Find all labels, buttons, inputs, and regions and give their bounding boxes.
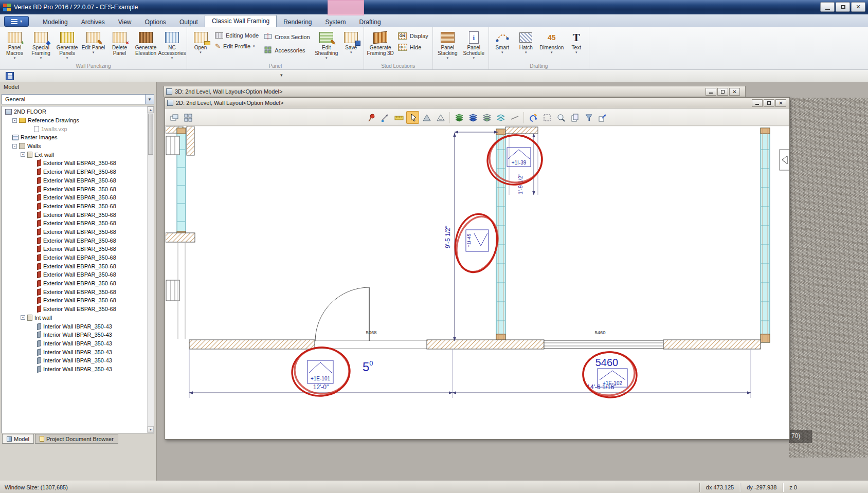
- hide-button[interactable]: OFF Hide: [395, 43, 431, 52]
- panel-schedule-button[interactable]: i Panel Schedule▾: [461, 28, 487, 61]
- grid-view-button[interactable]: [182, 111, 194, 124]
- tree-item-ext-wall[interactable]: Exterior Wall EBPAR_350-68: [2, 305, 154, 314]
- tree-item-ext-wall[interactable]: Exterior Wall EBPAR_350-68: [2, 270, 154, 279]
- panel-stacking-button[interactable]: Panel Stacking▾: [435, 28, 461, 61]
- window-3d-minimize-button[interactable]: [706, 88, 716, 96]
- tab-rendering[interactable]: Rendering: [277, 16, 318, 27]
- plan-panel-symbols[interactable]: +1I-39 +1I-45 +1E-101: [308, 148, 627, 387]
- close-button[interactable]: ✕: [851, 2, 865, 12]
- tree-item-ext-wall[interactable]: Exterior Wall EBPAR_350-68: [2, 202, 154, 211]
- layers-mixed-button[interactable]: [480, 111, 493, 124]
- window-2d-close-button[interactable]: ✕: [775, 99, 786, 107]
- tree-item-ext-wall[interactable]: Exterior Wall EBPAR_350-68: [2, 210, 154, 219]
- application-menu-button[interactable]: ▾: [4, 16, 29, 27]
- tree-item-int-wall[interactable]: Interior Wall IBPAR_350-43: [2, 356, 154, 365]
- tree-item-ext-wall[interactable]: Exterior Wall EBPAR_350-68: [2, 168, 154, 176]
- delete-panel-button[interactable]: × Delete Panel: [106, 28, 133, 61]
- smart-button[interactable]: Smart▾: [491, 28, 514, 61]
- tree-item-ext-wall[interactable]: Exterior Wall EBPAR_350-68: [2, 262, 154, 270]
- line-tool-button[interactable]: [508, 111, 521, 124]
- tree-item-ext-wall[interactable]: Exterior Wall EBPAR_350-68: [2, 296, 154, 305]
- tab-drafting[interactable]: Drafting: [353, 16, 388, 27]
- tree-item-ext-wall[interactable]: Exterior Wall EBPAR_350-68: [2, 236, 154, 245]
- panel-macros-button[interactable]: + Panel Macros▾: [2, 28, 28, 61]
- cascade-windows-button[interactable]: [168, 111, 180, 124]
- ribbon-collapse-icon[interactable]: ▾: [280, 72, 283, 78]
- ruler-button[interactable]: [392, 111, 405, 124]
- collapse-expander-icon[interactable]: -: [21, 315, 25, 320]
- undo-edit-button[interactable]: [527, 111, 539, 124]
- tree-item-reference-file[interactable]: 1walls.vxp: [2, 124, 154, 133]
- tree-item-ext-wall[interactable]: Exterior Wall EBPAR_350-68: [2, 219, 154, 228]
- combo-dropdown-icon[interactable]: ▼: [145, 95, 154, 104]
- scroll-down-icon[interactable]: ▼: [148, 426, 154, 433]
- text-button[interactable]: T Text▾: [566, 28, 587, 61]
- window-3d-close-button[interactable]: ✕: [729, 88, 740, 96]
- tree-item-ext-wall[interactable]: Exterior Wall EBPAR_350-68: [2, 159, 154, 168]
- tree-filter-combobox[interactable]: General ▼: [2, 94, 154, 104]
- maximize-button[interactable]: [836, 2, 850, 12]
- tab-classic-wall-framing[interactable]: Classic Wall Framing: [205, 15, 277, 27]
- tab-view[interactable]: View: [112, 16, 138, 27]
- save-button[interactable]: Save▾: [340, 28, 362, 61]
- tab-system[interactable]: System: [319, 16, 353, 27]
- tab-options[interactable]: Options: [138, 16, 173, 27]
- tree-item-int-wall[interactable]: Interior Wall IBPAR_350-43: [2, 348, 154, 356]
- tab-model[interactable]: Model: [2, 434, 34, 444]
- accessories-button[interactable]: Accessories: [261, 45, 312, 56]
- export-view-button[interactable]: [596, 111, 609, 124]
- tree-item-raster-images[interactable]: Raster Images: [2, 133, 154, 142]
- tree-item-ext-wall[interactable]: Exterior Wall EBPAR_350-68: [2, 193, 154, 202]
- open-button[interactable]: Open▾: [189, 28, 212, 61]
- hatch-button[interactable]: Hatch▾: [514, 28, 538, 61]
- tree-item-int-wall[interactable]: Interior Wall IBPAR_350-43: [2, 365, 154, 374]
- nc-accessories-button[interactable]: NC Accessories▾: [159, 28, 185, 61]
- window-3d-maximize-button[interactable]: [717, 88, 728, 96]
- snap-triangle-button[interactable]: [420, 111, 433, 124]
- tree-item-ext-wall[interactable]: Exterior Wall EBPAR_350-68: [2, 228, 154, 236]
- drawing-canvas[interactable]: 9'-5 1/2" 1'-9 1/2" 12'-0" 14'-6 1/16" 5…: [166, 126, 789, 439]
- tree-item-ext-wall[interactable]: Exterior Wall EBPAR_350-68: [2, 176, 154, 185]
- window-2d-titlebar[interactable]: 2D: 2nd Level, Wall Layout<Option Model>…: [165, 98, 789, 108]
- collapse-expander-icon[interactable]: -: [21, 152, 25, 157]
- plan-walls[interactable]: [166, 126, 789, 349]
- window-2d-minimize-button[interactable]: [752, 99, 763, 107]
- edit-sheathing-button[interactable]: ✎ Edit Sheathing▾: [313, 28, 340, 61]
- generate-panels-button[interactable]: Generate Panels▾: [54, 28, 80, 61]
- tree-item-ext-wall[interactable]: Exterior Wall EBPAR_350-68: [2, 287, 154, 296]
- layers-blue-button[interactable]: [466, 111, 479, 124]
- minimize-button[interactable]: [820, 2, 835, 12]
- tab-archives[interactable]: Archives: [75, 16, 112, 27]
- select-rect-button[interactable]: [540, 111, 553, 124]
- tree-item-ext-wall[interactable]: Exterior Wall EBPAR_350-68: [2, 245, 154, 253]
- editing-mode-button[interactable]: Editing Mode: [212, 31, 261, 40]
- tree-item-ext-wall[interactable]: Exterior Wall EBPAR_350-68: [2, 253, 154, 262]
- special-framing-button[interactable]: ◆ Special Framing▾: [28, 28, 54, 61]
- tree-item-reference-drawings[interactable]: - Reference Drawings: [2, 116, 154, 125]
- select-cursor-button[interactable]: [406, 111, 419, 124]
- tree-item-int-wall[interactable]: Interior Wall IBPAR_350-43: [2, 331, 154, 339]
- edit-profile-button[interactable]: ✎ Edit Profile ▾: [212, 42, 261, 50]
- edit-panel-button[interactable]: ✎ Edit Panel▾: [80, 28, 106, 61]
- tree-item-int-wall[interactable]: Interior Wall IBPAR_350-43: [2, 322, 154, 331]
- quick-save-icon[interactable]: [6, 72, 14, 80]
- scroll-up-icon[interactable]: ▲: [148, 106, 154, 113]
- window-3d-titlebar[interactable]: 3D: 2nd Level, Wall Layout<Option Model>…: [164, 86, 746, 97]
- layers-green-button[interactable]: [453, 111, 465, 124]
- snap-triangle-outline-button[interactable]: [434, 111, 447, 124]
- generate-elevation-button[interactable]: Generate Elevation: [133, 28, 159, 61]
- measure-button[interactable]: [378, 111, 391, 124]
- filter-button[interactable]: [582, 111, 595, 124]
- dimension-button[interactable]: 45 Dimension▾: [538, 28, 566, 61]
- tree-scrollbar[interactable]: ▲ ▼: [147, 106, 154, 433]
- zoom-button[interactable]: [554, 111, 567, 124]
- display-button[interactable]: ON Display: [395, 31, 431, 41]
- tab-output[interactable]: Output: [173, 16, 205, 27]
- pin-button[interactable]: [365, 111, 377, 124]
- scrollbar-thumb[interactable]: [148, 114, 153, 155]
- generate-framing-3d-button[interactable]: Generate Framing 3D: [366, 28, 395, 61]
- tree-item-ext-wall[interactable]: Exterior Wall EBPAR_350-68: [2, 185, 154, 193]
- tree-item-ext-wall-group[interactable]: - Ext wall: [2, 150, 154, 159]
- tree-item-floor[interactable]: 2ND FLOOR: [2, 107, 154, 116]
- tab-project-document-browser[interactable]: Project Document Browser: [35, 434, 118, 444]
